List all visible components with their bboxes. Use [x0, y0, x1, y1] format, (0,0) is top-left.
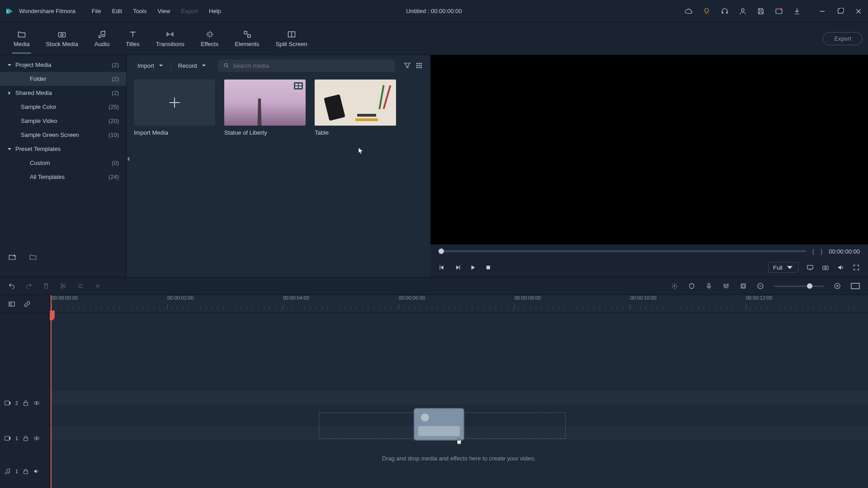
- svg-point-16: [416, 67, 418, 68]
- render-preview-icon[interactable]: [671, 282, 678, 290]
- collapse-sidebar-handle[interactable]: [126, 154, 131, 164]
- cloud-icon[interactable]: [684, 7, 693, 15]
- menu-file[interactable]: File: [92, 8, 101, 14]
- timeline-ruler[interactable]: 00:00:00:00 00:00:02:00 00:00:04:00 00:0…: [50, 295, 868, 313]
- sidebar-folder[interactable]: Folder (2): [0, 72, 126, 86]
- ruler-tick: 00:00:00:00: [52, 295, 78, 300]
- user-icon[interactable]: [739, 7, 747, 15]
- zoom-out-icon[interactable]: [757, 282, 764, 290]
- track-header-v2[interactable]: 2: [0, 385, 49, 421]
- sidebar-sample-color[interactable]: Sample Color (25): [0, 100, 126, 114]
- display-icon[interactable]: [807, 264, 814, 271]
- svg-rect-6: [244, 31, 247, 34]
- lock-icon[interactable]: [23, 400, 29, 406]
- mute-icon[interactable]: [33, 468, 40, 474]
- sidebar-shared-media[interactable]: Shared Media (2): [0, 86, 126, 100]
- menu-edit[interactable]: Edit: [112, 8, 122, 14]
- sidebar-preset-templates[interactable]: Preset Templates: [0, 142, 126, 156]
- svg-point-28: [61, 284, 63, 286]
- tab-elements[interactable]: Elements: [226, 27, 267, 50]
- minimize-icon[interactable]: [818, 7, 826, 15]
- media-item-table[interactable]: Table: [315, 80, 396, 136]
- preview-quality-dropdown[interactable]: Full: [768, 262, 798, 273]
- sidebar-all-templates[interactable]: All Templates (24): [0, 170, 126, 184]
- media-item-liberty[interactable]: Statue of Liberty: [224, 80, 306, 136]
- audio-mixer-icon[interactable]: [722, 282, 730, 290]
- folder-open-icon[interactable]: [29, 253, 37, 261]
- export-button[interactable]: Export: [823, 32, 863, 45]
- preview-panel: { } 00:00:00:00 Full: [430, 55, 868, 277]
- sidebar-project-media[interactable]: Project Media (2): [0, 58, 126, 72]
- titlebar-right-icons: [684, 7, 863, 15]
- timeline-body[interactable]: 00:00:00:00 00:00:02:00 00:00:04:00 00:0…: [50, 295, 868, 488]
- filter-icon[interactable]: [403, 61, 411, 70]
- menu-export[interactable]: Export: [181, 8, 198, 14]
- lock-icon[interactable]: [23, 435, 29, 441]
- maximize-icon[interactable]: [836, 7, 844, 15]
- tab-audio[interactable]: Audio: [86, 27, 118, 50]
- download-icon[interactable]: [793, 7, 801, 15]
- preview-viewport[interactable]: [430, 55, 868, 244]
- delete-icon[interactable]: [42, 282, 50, 290]
- sidebar-sample-green[interactable]: Sample Green Screen (10): [0, 128, 126, 142]
- new-folder-icon[interactable]: [8, 253, 16, 261]
- close-icon[interactable]: [854, 7, 863, 15]
- track-v1-number: 1: [15, 436, 18, 441]
- lightbulb-icon[interactable]: [703, 7, 711, 15]
- menu-help[interactable]: Help: [209, 8, 221, 14]
- crop-icon[interactable]: [740, 282, 747, 290]
- message-icon[interactable]: [775, 7, 783, 15]
- save-icon[interactable]: [757, 7, 765, 15]
- stop-icon[interactable]: [485, 264, 492, 271]
- eye-icon[interactable]: [33, 435, 40, 441]
- search-input[interactable]: [233, 62, 390, 69]
- zoom-in-icon[interactable]: [834, 282, 841, 290]
- volume-icon[interactable]: [837, 264, 844, 271]
- play-icon[interactable]: [469, 264, 476, 271]
- headphones-icon[interactable]: [721, 7, 729, 15]
- svg-rect-21: [299, 84, 302, 85]
- tab-stock-media[interactable]: Stock Media: [38, 27, 86, 50]
- redo-icon[interactable]: [25, 282, 33, 290]
- scrub-track[interactable]: [439, 250, 806, 252]
- audio-sync-icon[interactable]: [94, 282, 101, 290]
- track-lane-v2[interactable]: [50, 391, 868, 404]
- record-dropdown[interactable]: Record: [175, 61, 210, 71]
- lock-icon[interactable]: [23, 468, 29, 474]
- menu-view[interactable]: View: [157, 8, 170, 14]
- sidebar-sample-video-count: (20): [108, 117, 119, 124]
- next-frame-icon[interactable]: [454, 264, 461, 271]
- import-dropdown[interactable]: Import: [134, 61, 167, 71]
- import-media-tile[interactable]: Import Media: [134, 80, 215, 136]
- search-media-field[interactable]: [218, 60, 395, 72]
- snapshot-icon[interactable]: [822, 264, 829, 271]
- tab-media[interactable]: Media: [5, 27, 38, 50]
- sidebar-sample-video[interactable]: Sample Video (20): [0, 114, 126, 128]
- marker-icon[interactable]: [688, 282, 695, 290]
- voiceover-icon[interactable]: [705, 282, 712, 290]
- tab-effects[interactable]: Effects: [193, 27, 227, 50]
- track-manager-icon[interactable]: [8, 300, 15, 308]
- eye-icon[interactable]: [33, 400, 40, 406]
- link-icon[interactable]: [24, 300, 31, 308]
- svg-point-43: [36, 402, 38, 404]
- split-icon[interactable]: [60, 282, 67, 290]
- prev-frame-icon[interactable]: [439, 264, 446, 271]
- brace-open[interactable]: {: [812, 248, 814, 255]
- tab-split-screen[interactable]: Split Screen: [268, 27, 316, 50]
- tab-titles[interactable]: Titles: [118, 27, 148, 50]
- fullscreen-icon[interactable]: [853, 264, 860, 271]
- sidebar-custom[interactable]: Custom (0): [0, 156, 126, 170]
- zoom-fit-button[interactable]: [851, 283, 860, 289]
- tab-transitions[interactable]: Transitions: [148, 27, 193, 50]
- brace-close[interactable]: }: [821, 248, 822, 255]
- zoom-slider[interactable]: [774, 286, 824, 287]
- track-header-v1[interactable]: 1: [0, 421, 49, 456]
- menu-tools[interactable]: Tools: [133, 8, 146, 14]
- timeline-playhead[interactable]: [51, 295, 52, 488]
- svg-point-33: [726, 286, 727, 288]
- edit-properties-icon[interactable]: [77, 282, 84, 290]
- track-header-a1[interactable]: 1: [0, 456, 49, 487]
- grid-view-icon[interactable]: [415, 61, 423, 70]
- undo-icon[interactable]: [8, 282, 15, 290]
